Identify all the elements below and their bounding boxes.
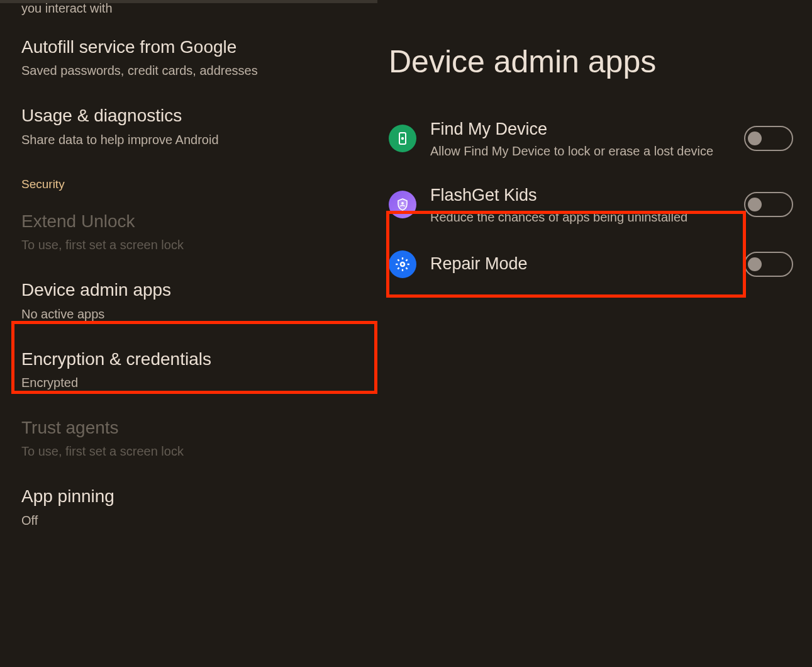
setting-title: Usage & diagnostics [21, 104, 356, 127]
setting-subtitle: To use, first set a screen lock [21, 443, 356, 460]
svg-point-1 [401, 137, 404, 140]
toggle-flashget-kids[interactable] [744, 192, 793, 217]
svg-point-2 [401, 202, 404, 205]
setting-subtitle: Share data to help improve Android [21, 132, 356, 149]
setting-app-pinning[interactable]: App pinning Off [11, 473, 366, 541]
admin-text: Repair Mode [430, 253, 730, 275]
settings-left-panel: you interact with Autofill service from … [0, 0, 377, 667]
setting-device-admin-apps[interactable]: Device admin apps No active apps [11, 266, 366, 335]
setting-extend-unlock: Extend Unlock To use, first set a screen… [11, 198, 366, 266]
find-device-icon [389, 125, 416, 152]
setting-title: Device admin apps [21, 279, 356, 301]
admin-title: Repair Mode [430, 253, 730, 275]
setting-encryption-credentials[interactable]: Encryption & credentials Encrypted [11, 335, 366, 404]
svg-point-4 [401, 263, 403, 265]
setting-title: App pinning [21, 485, 356, 508]
device-admin-apps-panel: Device admin apps Find My Device Allow F… [377, 0, 812, 667]
admin-text: FlashGet Kids Reduce the chances of apps… [430, 184, 730, 225]
flashget-icon [389, 191, 416, 218]
setting-subtitle: Encrypted [21, 374, 356, 391]
toggle-knob [748, 198, 762, 211]
admin-text: Find My Device Allow Find My Device to l… [430, 118, 730, 159]
toggle-knob [748, 132, 762, 145]
setting-title: Trust agents [21, 417, 356, 439]
admin-subtitle: Reduce the chances of apps being uninsta… [430, 209, 730, 225]
admin-row-find-my-device[interactable]: Find My Device Allow Find My Device to l… [389, 106, 801, 172]
toggle-repair-mode[interactable] [744, 252, 793, 277]
setting-title: Encryption & credentials [21, 348, 356, 371]
setting-autofill-service[interactable]: Autofill service from Google Saved passw… [11, 23, 366, 92]
setting-title: Extend Unlock [21, 210, 356, 233]
admin-title: Find My Device [430, 118, 730, 140]
page-title: Device admin apps [389, 0, 801, 106]
setting-usage-diagnostics[interactable]: Usage & diagnostics Share data to help i… [11, 92, 366, 160]
admin-title: FlashGet Kids [430, 184, 730, 206]
svg-line-12 [406, 259, 407, 261]
section-header-security: Security [11, 161, 366, 198]
admin-row-repair-mode[interactable]: Repair Mode [389, 238, 801, 291]
admin-row-flashget-kids[interactable]: FlashGet Kids Reduce the chances of apps… [389, 172, 801, 238]
setting-title: Autofill service from Google [21, 36, 356, 59]
setting-subtitle: Off [21, 512, 356, 529]
setting-subtitle: Saved passwords, credit cards, addresses [21, 62, 356, 79]
setting-subtitle: No active apps [21, 306, 356, 323]
repair-icon [389, 250, 416, 278]
toggle-knob [748, 257, 762, 271]
svg-line-11 [398, 267, 399, 269]
scroll-indicator [0, 0, 377, 3]
toggle-find-my-device[interactable] [744, 126, 793, 151]
truncated-previous-item-subtitle: you interact with [11, 0, 366, 23]
setting-trust-agents: Trust agents To use, first set a screen … [11, 404, 366, 473]
svg-line-9 [398, 259, 399, 261]
admin-subtitle: Allow Find My Device to lock or erase a … [430, 143, 730, 159]
setting-subtitle: To use, first set a screen lock [21, 237, 356, 254]
svg-line-10 [406, 267, 407, 269]
